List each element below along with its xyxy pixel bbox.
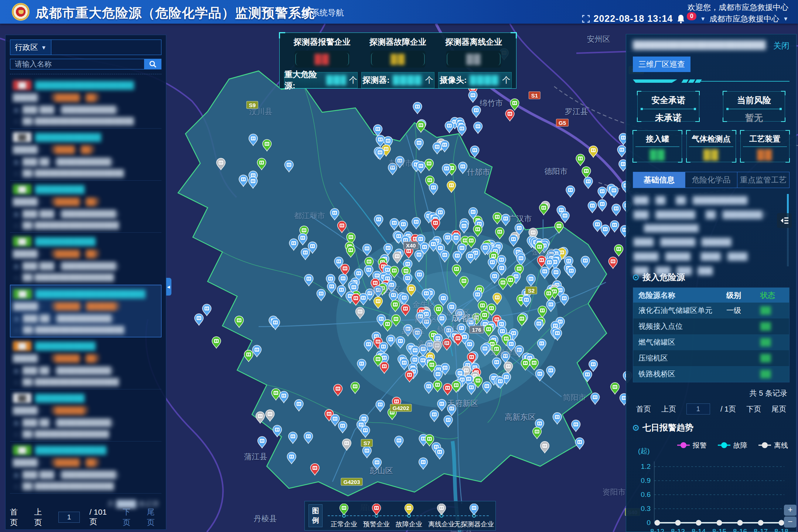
promise-label: 安全承诺	[638, 95, 699, 106]
map-pin[interactable]	[614, 245, 623, 256]
address-line: ⌂██ █████████████████	[13, 221, 158, 229]
map-pin[interactable]	[202, 304, 211, 316]
map-pin[interactable]	[610, 221, 619, 232]
map-pin[interactable]	[591, 393, 600, 404]
map-pin[interactable]	[212, 337, 221, 348]
enterprise-name: █████████	[35, 185, 85, 194]
notification-bell-icon[interactable]	[676, 14, 685, 24]
map-pin-icon	[404, 504, 414, 515]
map-pin-icon	[372, 504, 381, 515]
map-pin[interactable]	[610, 186, 618, 197]
map-pin[interactable]	[576, 154, 585, 166]
map-pin[interactable]	[617, 145, 626, 157]
svg-text:8-14: 8-14	[692, 528, 706, 532]
map-pin[interactable]	[560, 211, 569, 223]
location-icon: ⌂	[13, 379, 20, 385]
enterprise-list-item[interactable]: ████████████████████：【█████ - ██】♟███ ██…	[10, 441, 161, 494]
map-pin[interactable]	[608, 257, 617, 269]
map-pin[interactable]	[598, 187, 607, 198]
map-pin[interactable]	[588, 201, 597, 213]
map-pin[interactable]	[575, 438, 584, 449]
map-pin[interactable]	[589, 360, 598, 371]
page-number-input[interactable]	[58, 512, 80, 523]
next-page-button[interactable]: 下页	[746, 404, 761, 414]
enterprise-list: █████████████████████████：【█████ - ██】♟█…	[10, 76, 161, 498]
map-pin[interactable]	[505, 109, 514, 121]
system-nav-label: 系统导航	[311, 7, 344, 18]
map-pin[interactable]	[539, 204, 548, 215]
first-page-button[interactable]: 首页	[636, 404, 651, 414]
map-pin[interactable]	[612, 204, 621, 215]
map-pin[interactable]	[584, 177, 593, 188]
hazard-table-row[interactable]: 燃气储罐区██	[633, 334, 789, 350]
hazard-status: ██	[760, 306, 789, 315]
hazard-table-row[interactable]: 铁路栈桥区██	[633, 366, 789, 382]
enterprise-list-item[interactable]: ████████████████：【██████】♟███ ██（███████…	[10, 389, 161, 441]
close-panel-button[interactable]: 关闭	[773, 40, 790, 51]
hazard-status: ██	[760, 338, 789, 347]
enterprise-name: ███████████	[35, 237, 96, 246]
map-pin[interactable]	[470, 146, 479, 157]
enterprise-list-item[interactable]: ███████████████████：【████ - ██】♟███ ██（█…	[10, 129, 161, 181]
caret-down-icon: ▼	[41, 44, 47, 51]
zoom-in-button[interactable]: +	[784, 505, 797, 516]
page-number-input[interactable]	[686, 403, 710, 415]
hazard-table-row[interactable]: 视频接入点位██	[633, 318, 789, 334]
map-pin[interactable]	[601, 225, 610, 236]
caret-down-icon[interactable]: ▼	[700, 16, 706, 22]
svg-text:故障: 故障	[733, 441, 747, 449]
search-button[interactable]	[144, 59, 161, 69]
promise-value: 暂无	[723, 112, 785, 124]
enterprise-list-item[interactable]: ████████████████：【█████ - ██】♟███ ███（██…	[10, 181, 161, 233]
enterprise-list-item[interactable]: ███████████████████████████：【█████ - ███…	[10, 285, 161, 337]
expand-panel-button[interactable]	[777, 213, 792, 228]
address-line: ⌂██ ██████████████████	[13, 326, 158, 334]
plant-3d-tour-button[interactable]: 三维厂区巡查	[633, 57, 690, 72]
sidebar-collapse-handle[interactable]: ◀	[166, 278, 171, 296]
enterprise-list-item[interactable]: ██████████████████：【█████ - ██】♟███ ███（…	[10, 233, 161, 285]
fullscreen-icon[interactable]	[582, 15, 590, 23]
search-input[interactable]	[10, 59, 144, 69]
hazard-table-row[interactable]: 液化石油气储罐区单元一级██	[633, 303, 789, 318]
map-pin[interactable]	[413, 102, 422, 114]
tab-0[interactable]: 基础信息	[633, 172, 685, 188]
map-pin[interactable]	[598, 200, 607, 211]
map-pin[interactable]	[510, 99, 519, 110]
map-pin[interactable]	[572, 420, 580, 432]
map-pin[interactable]	[195, 314, 204, 325]
svg-text:0: 0	[647, 519, 651, 526]
enterprise-list-item[interactable]: █████████████████████████：【█████ - ██】♟█…	[10, 76, 161, 129]
map-pin[interactable]	[611, 382, 620, 394]
system-nav-button[interactable]: 系统导航	[302, 7, 344, 18]
map-pin[interactable]	[472, 106, 481, 117]
svg-text:1.2: 1.2	[641, 463, 651, 470]
next-page-button[interactable]: 下页	[123, 507, 137, 528]
tab-2[interactable]: 重点监管工艺	[737, 172, 789, 188]
prev-page-button[interactable]: 上页	[34, 507, 49, 528]
hazard-name: 视频接入点位	[633, 321, 726, 331]
region-filter-dropdown[interactable]: 行政区 ▼	[10, 40, 51, 55]
zoom-out-button[interactable]: −	[784, 516, 797, 528]
hazard-grade-line: █████：【█████ - ██████】	[13, 301, 158, 311]
status-badge: ██	[13, 184, 31, 194]
caret-down-icon[interactable]: ▼	[783, 16, 788, 22]
info-scrollbar[interactable]	[787, 194, 789, 266]
map-pin[interactable]	[474, 122, 482, 133]
map-pin[interactable]	[468, 91, 477, 102]
prev-page-button[interactable]: 上页	[661, 404, 676, 414]
map-pin[interactable]	[566, 185, 575, 197]
hazard-table-row[interactable]: 压缩机区██	[633, 350, 789, 366]
enterprise-list-item[interactable]: ██████████████████：【█████ - ██】♟███ ██（█…	[10, 337, 161, 389]
last-page-button[interactable]: 尾页	[147, 507, 161, 528]
account-name: 成都市应急救援中心	[709, 14, 779, 24]
map-pin[interactable]	[445, 121, 454, 133]
first-page-button[interactable]: 首页	[10, 507, 25, 528]
map-pin[interactable]	[258, 436, 267, 448]
map-pin[interactable]	[582, 167, 591, 178]
last-page-button[interactable]: 尾页	[771, 404, 786, 414]
map-pin[interactable]	[593, 220, 602, 231]
location-icon: ⌂	[13, 431, 20, 437]
hazard-name: 压缩机区	[633, 353, 726, 363]
region-filter-value[interactable]	[51, 40, 161, 55]
tab-1[interactable]: 危险化学品	[685, 172, 737, 188]
